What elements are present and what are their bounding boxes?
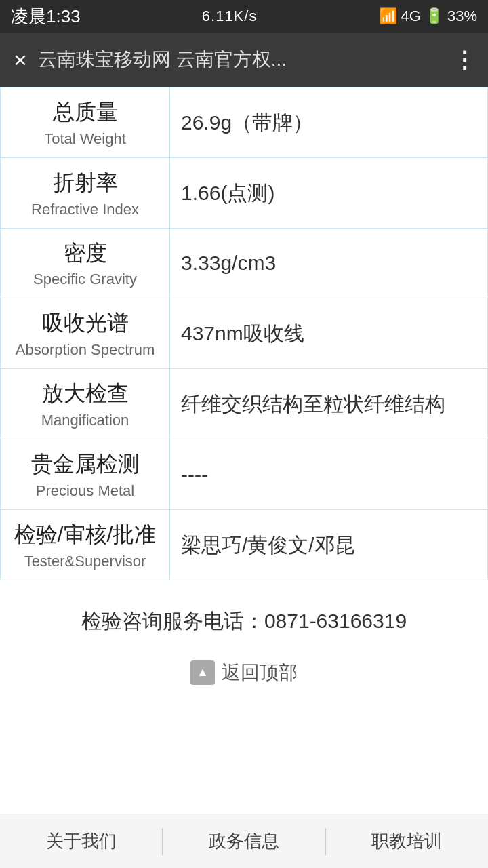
signal-icon: 📶 [379, 7, 397, 25]
label-cell-6: 检验/审核/批准 Tester&Supervisor [1, 509, 170, 580]
page-title: 云南珠宝移动网 云南官方权... [38, 47, 442, 73]
label-en-0: Total Weight [12, 130, 159, 148]
network-type: 4G [401, 7, 421, 25]
status-network: 6.11K/s [202, 7, 258, 25]
nav-government[interactable]: 政务信息 [163, 823, 325, 860]
label-cell-1: 折射率 Refractive Index [1, 157, 170, 228]
certificate-table: 总质量 Total Weight 26.9g（带牌） 折射率 Refractiv… [0, 87, 488, 580]
value-cell-6: 梁思巧/黄俊文/邓昆 [170, 509, 488, 580]
table-row: 密度 Specific Gravity 3.33g/cm3 [1, 228, 488, 298]
back-to-top-label: 返回顶部 [222, 660, 298, 686]
label-en-3: Absorption Spectrum [12, 341, 159, 359]
label-cn-4: 放大检查 [12, 378, 159, 409]
back-to-top-button[interactable]: 返回顶部 [0, 649, 488, 713]
label-cell-3: 吸收光谱 Absorption Spectrum [1, 298, 170, 369]
label-en-6: Tester&Supervisor [12, 553, 159, 570]
battery-icon: 🔋 [425, 7, 443, 25]
label-en-1: Refractive Index [12, 201, 159, 218]
label-cn-0: 总质量 [12, 97, 159, 127]
footer-phone: 检验咨询服务电话：0871-63166319 [0, 580, 488, 649]
table-row: 贵金属检测 Precious Metal ---- [1, 439, 488, 509]
value-cell-0: 26.9g（带牌） [170, 87, 488, 158]
value-cell-5: ---- [170, 439, 488, 509]
table-row: 总质量 Total Weight 26.9g（带牌） [1, 87, 488, 158]
label-cn-3: 吸收光谱 [12, 308, 159, 338]
close-button[interactable]: × [14, 47, 27, 73]
label-cn-6: 检验/审核/批准 [12, 519, 159, 550]
value-cell-2: 3.33g/cm3 [170, 228, 488, 298]
label-cell-2: 密度 Specific Gravity [1, 228, 170, 298]
value-cell-3: 437nm吸收线 [170, 298, 488, 369]
label-cn-5: 贵金属检测 [12, 449, 159, 479]
label-cn-2: 密度 [12, 238, 159, 269]
more-options-button[interactable]: ⋮ [453, 46, 474, 73]
label-en-4: Mangification [12, 412, 159, 429]
label-cell-4: 放大检查 Mangification [1, 369, 170, 439]
value-cell-1: 1.66(点测) [170, 157, 488, 228]
browser-bar: × 云南珠宝移动网 云南官方权... ⋮ [0, 33, 488, 87]
table-row: 吸收光谱 Absorption Spectrum 437nm吸收线 [1, 298, 488, 369]
label-cell-5: 贵金属检测 Precious Metal [1, 439, 170, 509]
table-row: 检验/审核/批准 Tester&Supervisor 梁思巧/黄俊文/邓昆 [1, 509, 488, 580]
nav-about[interactable]: 关于我们 [0, 823, 162, 860]
label-cn-1: 折射率 [12, 167, 159, 198]
table-row: 折射率 Refractive Index 1.66(点测) [1, 157, 488, 228]
status-right-icons: 📶 4G 🔋 33% [379, 7, 477, 25]
table-row: 放大检查 Mangification 纤维交织结构至粒状纤维结构 [1, 369, 488, 439]
label-cell-0: 总质量 Total Weight [1, 87, 170, 158]
bottom-navigation: 关于我们 政务信息 职教培训 [0, 814, 488, 868]
battery-level: 33% [447, 7, 477, 25]
nav-vocational[interactable]: 职教培训 [326, 823, 488, 860]
value-cell-4: 纤维交织结构至粒状纤维结构 [170, 369, 488, 439]
status-time: 凌晨1:33 [11, 5, 81, 28]
label-en-5: Precious Metal [12, 482, 159, 500]
status-bar: 凌晨1:33 6.11K/s 📶 4G 🔋 33% [0, 0, 488, 33]
back-to-top-icon [190, 660, 215, 685]
label-en-2: Specific Gravity [12, 271, 159, 288]
